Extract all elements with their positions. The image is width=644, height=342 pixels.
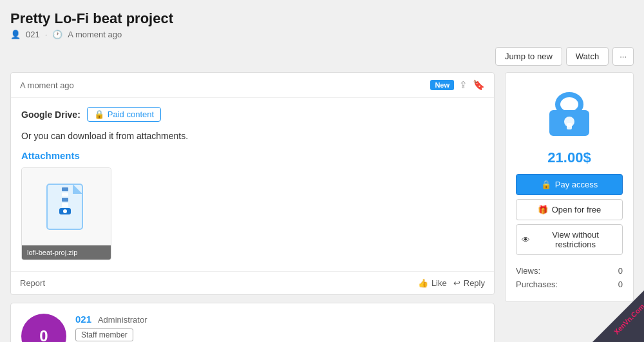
clock-icon: 🕐 [52,30,62,39]
views-label: Views: [516,266,540,276]
like-icon: 👍 [418,278,428,288]
attachment-preview [22,168,111,245]
report-link[interactable]: Report [20,278,45,288]
pay-access-button[interactable]: 🔒 Pay access [516,174,623,195]
reply-label: Reply [464,278,485,288]
google-drive-row: Google Drive: 🔒 Paid content [21,107,484,122]
header-actions: Jump to new Watch ··· [10,47,634,66]
post-footer: Report 👍 Like ↩ Reply [11,271,494,294]
purchases-stat: Purchases: 0 [516,278,623,291]
svg-rect-3 [62,193,68,196]
gift-icon: 🎁 [538,205,548,214]
pay-icon: 🔒 [541,180,551,189]
like-label: Like [431,278,447,288]
author-info: 021 Administrator Staff member Messages:… [75,314,484,342]
attachment-item[interactable]: lofi-beat-proj.zip [21,167,111,260]
post-timestamp: A moment ago [20,81,74,90]
post-header: A moment ago New ⇪ 🔖 [11,73,494,98]
jump-to-new-button[interactable]: Jump to new [495,47,562,66]
open-free-button[interactable]: 🎁 Open for free [516,199,623,220]
svg-rect-2 [62,187,68,191]
sidebar-stats: Views: 0 Purchases: 0 [516,264,623,291]
zip-file-icon [44,181,89,233]
avatar: 0 [21,314,66,342]
paid-content-label: Paid content [108,109,154,119]
new-badge: New [430,80,454,90]
author-name[interactable]: 021 [75,314,91,325]
like-button[interactable]: 👍 Like [418,278,447,288]
attachment-label: lofi-beat-proj.zip [22,245,111,260]
sidebar: 21.00$ 🔒 Pay access 🎁 Open for free 👁 Vi… [505,72,634,342]
meta-author-icon: 👤 [10,30,21,39]
watch-button[interactable]: Watch [566,47,609,66]
lock-small-icon: 🔒 [94,109,104,119]
eye-icon: 👁 [522,235,530,245]
page-meta: 👤 021 · 🕐 A moment ago [10,30,634,39]
lock-icon-wrap [516,83,623,143]
share-icon[interactable]: ⇪ [459,79,468,91]
price: 21.00$ [516,149,623,166]
post-body: Google Drive: 🔒 Paid content Or you can … [11,98,494,271]
main-content: A moment ago New ⇪ 🔖 Google Drive: 🔒 [10,72,495,342]
purchases-label: Purchases: [516,280,558,289]
post-box: A moment ago New ⇪ 🔖 Google Drive: 🔒 [10,72,495,295]
post-header-right: New ⇪ 🔖 [430,79,485,91]
svg-rect-5 [62,203,68,207]
author-role: Administrator [98,315,147,325]
google-drive-label: Google Drive: [21,109,80,120]
sidebar-card: 21.00$ 🔒 Pay access 🎁 Open for free 👁 Vi… [505,72,634,302]
page-header: Pretty Lo-Fi beat project 👤 021 · 🕐 A mo… [10,10,634,39]
view-label: View without restrictions [534,230,617,249]
meta-author: 021 [26,30,40,39]
meta-separator: · [45,30,48,39]
pay-label: Pay access [555,180,598,189]
view-restrictions-button[interactable]: 👁 View without restrictions [516,224,623,255]
free-label: Open for free [552,205,601,214]
lock-icon [540,83,598,141]
views-value: 0 [618,266,623,276]
author-name-row: 021 Administrator [75,314,484,325]
attachments-title: Attachments [21,150,484,161]
bookmark-icon[interactable]: 🔖 [473,79,485,91]
more-button[interactable]: ··· [612,47,634,66]
purchases-value: 0 [618,280,623,289]
author-section: 0 021 Administrator Staff member Message… [10,303,495,342]
content-layout: A moment ago New ⇪ 🔖 Google Drive: 🔒 [10,72,634,342]
views-stat: Views: 0 [516,264,623,278]
post-actions: 👍 Like ↩ Reply [418,278,485,288]
author-badge: Staff member [75,328,133,341]
reply-button[interactable]: ↩ Reply [453,278,485,288]
download-text: Or you can download it from attachments. [21,131,484,141]
paid-content-button[interactable]: 🔒 Paid content [87,107,161,122]
meta-time: A moment ago [68,30,122,39]
svg-point-7 [63,209,67,213]
reply-icon: ↩ [453,278,460,288]
svg-rect-4 [62,198,68,202]
svg-rect-11 [567,123,572,129]
page-title: Pretty Lo-Fi beat project [10,10,634,27]
